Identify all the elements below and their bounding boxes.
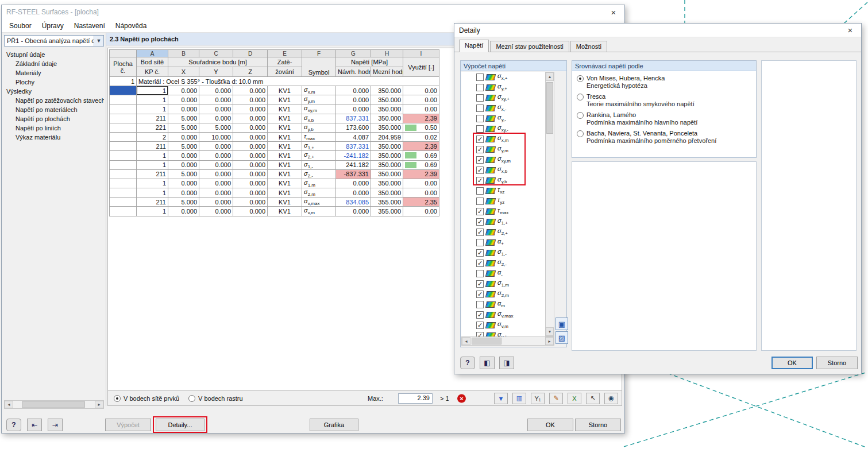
checkbox-checked-icon[interactable]: ✓ [476,218,484,226]
comparison-option[interactable]: Rankina, LaméhoPodmínka maximálního hlav… [572,108,756,126]
stress-item[interactable]: ✓σx,m [461,134,545,144]
radio-grid-points[interactable]: V bodech rastru [188,395,243,402]
stress-item[interactable]: ✓σv,+ [461,330,545,336]
dialog-close-icon[interactable]: × [844,25,857,35]
pick-row-button[interactable]: ↖ [586,393,600,404]
cell-mesh-point[interactable]: 2 [137,132,168,141]
scroll-right-icon[interactable]: ▸ [545,337,554,345]
excel-export-button[interactable]: X [568,393,581,404]
dialog-tab[interactable]: Napětí [459,40,489,52]
checkbox-checked-icon[interactable]: ✓ [476,332,484,337]
checkbox-checked-icon[interactable]: ✓ [476,167,484,174]
stress-item[interactable]: ✓σy,m [461,144,545,154]
nav-item[interactable]: Výkaz materiálu [4,133,104,142]
nav-item[interactable]: Základní údaje [4,59,104,68]
stress-item[interactable]: σy,+ [461,82,545,92]
cell-mesh-point[interactable]: 1 [137,160,168,169]
stress-list-vscrollbar[interactable]: ▴ ▾ [545,72,554,336]
nav-item[interactable]: Výsledky [4,87,104,96]
checkbox-checked-icon[interactable]: ✓ [476,291,484,298]
stress-item[interactable]: ✓σy,b [461,175,545,185]
menu-item[interactable]: Soubor [4,20,37,32]
checkbox-unchecked-icon[interactable] [476,239,484,246]
cell-mesh-point[interactable]: 211 [137,169,168,179]
nav-item[interactable]: Plochy [4,78,104,87]
nav-item[interactable]: Vstupní údaje [4,50,104,59]
row-header-cell[interactable] [110,142,137,151]
checkbox-unchecked-icon[interactable] [476,73,484,81]
cell-mesh-point[interactable]: 1 [137,95,168,104]
nav-item[interactable]: Napětí po materiálech [4,105,104,114]
menu-item[interactable]: Nápověda [110,20,152,32]
scrollbar-track[interactable] [546,81,554,327]
cell-mesh-point[interactable]: 211 [137,114,168,123]
checkbox-unchecked-icon[interactable] [476,94,484,102]
color-scale-button[interactable]: ✎ [549,393,563,404]
scrollbar-track[interactable] [13,401,95,408]
column-letter[interactable]: C [199,50,233,57]
radio-unselected-icon[interactable] [577,94,584,100]
cell-mesh-point[interactable]: 211 [137,198,168,207]
radio-mesh-points[interactable]: V bodech sítě prvků [114,395,179,402]
radio-selected-icon[interactable] [577,75,584,82]
checkbox-unchecked-icon[interactable] [476,115,484,122]
cell-mesh-point[interactable]: 1 [137,86,168,95]
column-letter[interactable]: D [233,50,268,57]
row-header-cell[interactable] [110,114,137,123]
checkbox-checked-icon[interactable]: ✓ [476,156,484,164]
column-letter[interactable]: G [336,50,371,57]
stress-item[interactable]: ✓τmax [461,206,545,216]
row-header-cell[interactable] [110,188,137,198]
row-header-cell[interactable] [110,123,137,132]
help-button[interactable]: ? [6,419,21,431]
checkbox-checked-icon[interactable]: ✓ [476,177,484,184]
radio-unselected-icon[interactable] [577,130,584,137]
checkbox-unchecked-icon[interactable] [476,301,484,308]
scrollbar-track[interactable] [470,337,545,345]
cell-mesh-point[interactable]: 211 [137,142,168,151]
chevron-down-icon[interactable]: ▼ [94,36,103,46]
stress-item[interactable]: ✓σ2,- [461,258,545,268]
column-letter[interactable]: E [268,50,302,57]
checkbox-unchecked-icon[interactable] [476,187,484,195]
column-letter[interactable]: B [168,50,199,57]
stress-item[interactable]: ✓σ1,- [461,247,545,258]
row-header-cell[interactable] [110,151,137,160]
dialog-storno-button[interactable]: Storno [816,357,858,369]
row-header-cell[interactable] [110,86,137,95]
scroll-up-icon[interactable]: ▴ [546,72,554,81]
cell-mesh-point[interactable]: 1 [137,151,168,160]
row-header-cell[interactable] [110,95,137,104]
checkbox-unchecked-icon[interactable] [476,270,484,277]
next-table-button[interactable]: ⇥ [48,419,63,431]
scrollbar-thumb[interactable] [22,401,85,408]
checkbox-checked-icon[interactable]: ✓ [476,260,484,267]
row-header-cell[interactable] [110,169,137,179]
grafika-button[interactable]: Grafika [310,419,358,431]
stress-item[interactable]: σx,- [461,103,545,113]
checkbox-checked-icon[interactable]: ✓ [476,280,484,288]
row-header-cell[interactable] [110,198,137,207]
checkbox-checked-icon[interactable]: ✓ [476,136,484,143]
result-filter-button[interactable]: ▼ [494,393,508,404]
stress-list-hscrollbar[interactable]: ◂ ▸ [461,336,554,346]
checkbox-checked-icon[interactable]: ✓ [476,146,484,153]
stress-item[interactable]: ✓σx,b [461,165,545,175]
column-letter[interactable]: F [302,50,336,57]
stress-item[interactable]: ✓σxy,m [461,154,545,165]
menu-item[interactable]: Úpravy [37,20,69,32]
stress-item[interactable]: α+ [461,237,545,247]
nav-item[interactable]: Napětí po zatěžovacích stavech [4,96,104,105]
menu-item[interactable]: Nastavení [69,20,110,32]
stress-item[interactable]: ✓σv,m [461,320,545,330]
stress-item[interactable]: σxy,+ [461,92,545,103]
checkbox-checked-icon[interactable]: ✓ [476,322,484,329]
stress-item[interactable]: σxy,- [461,123,545,134]
checkbox-checked-icon[interactable]: ✓ [476,249,484,257]
comparison-option[interactable]: Von Mises, Hubera, HenckaEnergetická hyp… [572,71,756,90]
stress-item[interactable]: αm [461,299,545,309]
checkbox-unchecked-icon[interactable] [476,84,484,91]
checkbox-unchecked-icon[interactable] [476,104,484,112]
radio-unselected-icon[interactable] [577,112,584,119]
cell-mesh-point[interactable]: 1 [137,188,168,198]
